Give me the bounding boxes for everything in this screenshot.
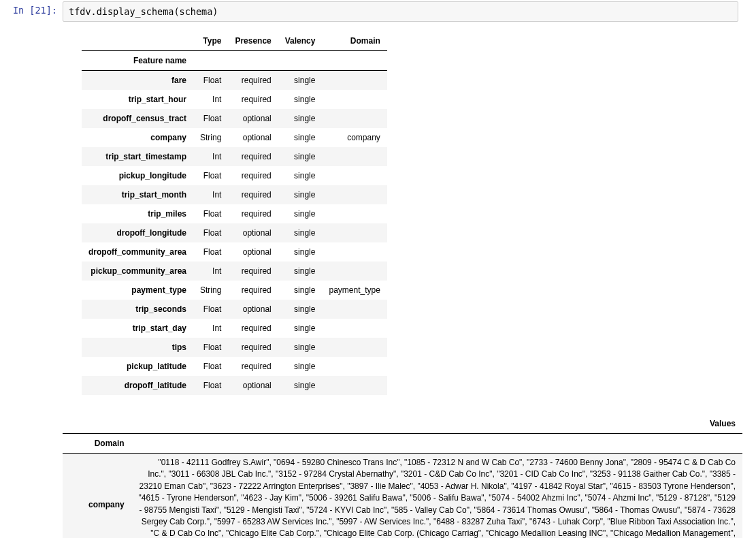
valency-cell: single bbox=[278, 147, 323, 166]
feature-name-cell: dropoff_latitude bbox=[82, 376, 193, 395]
feature-name-cell: company bbox=[82, 128, 193, 147]
valency-cell: single bbox=[278, 128, 323, 147]
table-row: tipsFloatrequiredsingle bbox=[82, 338, 387, 357]
feature-name-cell: trip_start_hour bbox=[82, 90, 193, 109]
type-cell: Float bbox=[193, 223, 228, 242]
type-cell: Int bbox=[193, 319, 228, 338]
type-cell: Int bbox=[193, 90, 228, 109]
feature-name-cell: pickup_community_area bbox=[82, 262, 193, 281]
type-cell: Int bbox=[193, 147, 228, 166]
table-row: trip_secondsFloatoptionalsingle bbox=[82, 300, 387, 319]
valency-cell: single bbox=[278, 376, 323, 395]
feature-name-cell: trip_miles bbox=[82, 204, 193, 223]
feature-name-cell: dropoff_census_tract bbox=[82, 109, 193, 128]
presence-cell: required bbox=[228, 185, 278, 204]
domain-cell bbox=[322, 223, 387, 242]
valency-cell: single bbox=[278, 71, 323, 91]
table-row: dropoff_longitudeFloatoptionalsingle bbox=[82, 223, 387, 242]
table-row: dropoff_latitudeFloatoptionalsingle bbox=[82, 376, 387, 395]
presence-cell: required bbox=[228, 281, 278, 300]
presence-cell: optional bbox=[228, 376, 278, 395]
domain-cell: company bbox=[322, 128, 387, 147]
domain-table-body: company"0118 - 42111 Godfrey S.Awir", "0… bbox=[63, 454, 742, 539]
col-header-type bbox=[82, 31, 193, 51]
feature-name-cell: pickup_longitude bbox=[82, 166, 193, 185]
input-area: tfdv.display_schema(schema) bbox=[63, 1, 738, 22]
feature-name-cell: trip_start_timestamp bbox=[82, 147, 193, 166]
valency-cell: single bbox=[278, 166, 323, 185]
table-row: fareFloatrequiredsingle bbox=[82, 71, 387, 91]
type-cell: Int bbox=[193, 262, 228, 281]
type-cell: Float bbox=[193, 204, 228, 223]
feature-name-cell: payment_type bbox=[82, 281, 193, 300]
domain-cell bbox=[322, 262, 387, 281]
table-row: payment_typeStringrequiredsinglepayment_… bbox=[82, 281, 387, 300]
valency-cell: single bbox=[278, 90, 323, 109]
feature-name-cell: trip_seconds bbox=[82, 300, 193, 319]
type-cell: String bbox=[193, 281, 228, 300]
valency-cell: single bbox=[278, 204, 323, 223]
presence-cell: required bbox=[228, 319, 278, 338]
type-cell: Float bbox=[193, 242, 228, 262]
presence-cell: required bbox=[228, 357, 278, 376]
table-row: pickup_community_areaIntrequiredsingle bbox=[82, 262, 387, 281]
valency-cell: single bbox=[278, 185, 323, 204]
type-cell: Float bbox=[193, 338, 228, 357]
code-input[interactable]: tfdv.display_schema(schema) bbox=[63, 1, 738, 22]
table-row: trip_milesFloatrequiredsingle bbox=[82, 204, 387, 223]
table-row: company"0118 - 42111 Godfrey S.Awir", "0… bbox=[63, 454, 742, 539]
domain-cell bbox=[322, 90, 387, 109]
table-row: trip_start_monthIntrequiredsingle bbox=[82, 185, 387, 204]
table-row: pickup_latitudeFloatrequiredsingle bbox=[82, 357, 387, 376]
presence-cell: required bbox=[228, 71, 278, 91]
presence-cell: required bbox=[228, 262, 278, 281]
schema-table: Type Presence Valency Domain Feature nam… bbox=[82, 31, 387, 395]
domain-cell bbox=[322, 166, 387, 185]
valency-cell: single bbox=[278, 223, 323, 242]
presence-cell: optional bbox=[228, 242, 278, 262]
feature-name-cell: dropoff_longitude bbox=[82, 223, 193, 242]
feature-name-cell: tips bbox=[82, 338, 193, 357]
col-header-valency: Valency bbox=[278, 31, 323, 51]
type-cell: Float bbox=[193, 71, 228, 91]
valency-cell: single bbox=[278, 319, 323, 338]
table-row: trip_start_hourIntrequiredsingle bbox=[82, 90, 387, 109]
domain-cell bbox=[322, 300, 387, 319]
domain-cell bbox=[322, 147, 387, 166]
valency-cell: single bbox=[278, 338, 323, 357]
presence-cell: required bbox=[228, 204, 278, 223]
feature-name-cell: pickup_latitude bbox=[82, 357, 193, 376]
feature-name-cell: fare bbox=[82, 71, 193, 91]
domain-cell bbox=[322, 109, 387, 128]
col-header-values: Values bbox=[131, 414, 742, 434]
table-row: trip_start_dayIntrequiredsingle bbox=[82, 319, 387, 338]
table-row: companyStringoptionalsinglecompany bbox=[82, 128, 387, 147]
type-cell: Int bbox=[193, 185, 228, 204]
feature-name-cell: trip_start_month bbox=[82, 185, 193, 204]
valency-cell: single bbox=[278, 357, 323, 376]
domain-cell bbox=[322, 357, 387, 376]
table-row: dropoff_community_areaFloatoptionalsingl… bbox=[82, 242, 387, 262]
valency-cell: single bbox=[278, 300, 323, 319]
domain-cell bbox=[322, 338, 387, 357]
presence-cell: required bbox=[228, 166, 278, 185]
type-cell: String bbox=[193, 128, 228, 147]
col-header-presence: Presence bbox=[228, 31, 278, 51]
schema-table-body: fareFloatrequiredsingletrip_start_hourIn… bbox=[82, 71, 387, 396]
row-header-feature-name: Feature name bbox=[82, 51, 193, 71]
feature-name-cell: dropoff_community_area bbox=[82, 242, 193, 262]
col-header-domain: Domain bbox=[322, 31, 387, 51]
valency-cell: single bbox=[278, 281, 323, 300]
table-row: pickup_longitudeFloatrequiredsingle bbox=[82, 166, 387, 185]
input-prompt: In [21]: bbox=[0, 1, 63, 22]
type-cell: Float bbox=[193, 376, 228, 395]
domain-name-cell: company bbox=[63, 454, 131, 539]
presence-cell: optional bbox=[228, 300, 278, 319]
output-area: Type Presence Valency Domain Feature nam… bbox=[0, 31, 756, 538]
domain-cell bbox=[322, 204, 387, 223]
domain-cell: payment_type bbox=[322, 281, 387, 300]
presence-cell: optional bbox=[228, 223, 278, 242]
domain-cell bbox=[322, 242, 387, 262]
code-cell: In [21]: tfdv.display_schema(schema) bbox=[0, 0, 756, 23]
code-text: tfdv.display_schema(schema) bbox=[69, 6, 218, 17]
